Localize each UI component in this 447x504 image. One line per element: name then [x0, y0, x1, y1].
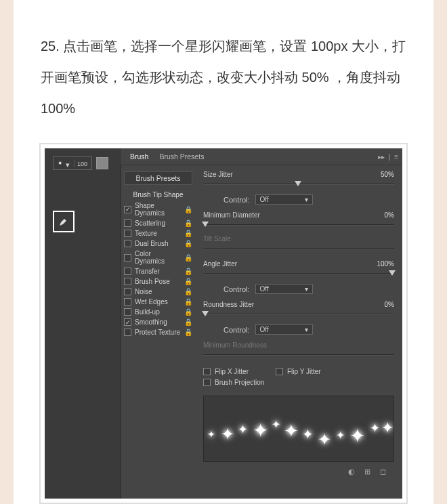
ps-panel: ✦ ▾ 100 Brush Brush Presets [45, 148, 402, 499]
angle-jitter-slider[interactable] [203, 269, 394, 278]
lock-icon[interactable]: 🔒 [184, 318, 192, 326]
min-roundness-slider [203, 350, 394, 360]
brush-presets-button[interactable]: Brush Presets [124, 171, 192, 185]
create-brush-icon[interactable]: ◻ [380, 467, 386, 476]
size-jitter-slider[interactable] [203, 180, 394, 189]
min-diameter-label: Minimum Diameter [203, 211, 367, 219]
brush-preview: ✦ ✦ ✦ ✦ ✦ ✦ ✦ ✦ ✦ ✦ ✦ ✦ [203, 396, 394, 462]
lock-icon[interactable]: 🔒 [184, 206, 192, 213]
dual-brush-checkbox[interactable] [124, 240, 131, 247]
lock-icon[interactable]: 🔒 [184, 329, 192, 336]
new-preset-icon[interactable]: ⊞ [364, 467, 370, 476]
roundness-jitter-label: Roundness Jitter [203, 301, 367, 308]
lock-icon[interactable]: 🔒 [184, 230, 192, 237]
lock-icon[interactable]: 🔒 [184, 240, 192, 247]
control-label: Control: [224, 326, 250, 334]
workspace-left: ✦ ▾ 100 [45, 148, 120, 499]
min-diameter-slider[interactable] [203, 220, 394, 230]
star-icon: ✦ [58, 160, 63, 167]
shape-dynamics-controls: Size Jitter50% Control:Off▾ Minimum Diam… [195, 165, 402, 499]
brush-size-value: 100 [77, 161, 87, 167]
flip-x-jitter-checkbox[interactable] [203, 368, 211, 375]
brush-options-list: Brush Presets Brush Tip Shape Shape Dyna… [121, 165, 195, 499]
chevron-down-icon: ▾ [66, 161, 71, 166]
brush-preset-picker[interactable]: ✦ ▾ 100 [53, 156, 92, 170]
chevron-down-icon: ▾ [305, 196, 308, 203]
chevron-down-icon: ▾ [305, 285, 308, 293]
size-jitter-label: Size Jitter [203, 171, 367, 178]
wet-edges-checkbox[interactable] [124, 298, 131, 306]
min-diameter-value[interactable]: 0% [367, 211, 394, 219]
brush-icon [58, 215, 70, 228]
menu-icon[interactable]: ≡ [394, 153, 398, 161]
noise-checkbox[interactable] [124, 288, 131, 295]
control-label: Control: [224, 196, 250, 204]
smoothing-label[interactable]: Smoothing [135, 318, 181, 326]
lock-icon[interactable]: 🔒 [184, 268, 192, 275]
tilt-scale-label: Tilt Scale [203, 235, 394, 243]
toggle-panel-icon[interactable] [96, 157, 108, 169]
dual-brush-label[interactable]: Dual Brush [135, 240, 181, 247]
min-roundness-label: Minimum Roundness [203, 341, 394, 349]
lock-icon[interactable]: 🔒 [184, 278, 192, 285]
flip-x-label: Flip X Jitter [215, 368, 249, 375]
protect-texture-label[interactable]: Protect Texture [135, 329, 181, 336]
brush-tip-shape-button[interactable]: Brush Tip Shape [124, 189, 192, 201]
chevron-down-icon: ▾ [305, 326, 308, 333]
toggle-preview-icon[interactable]: ◐ [348, 467, 355, 476]
divider: | [389, 153, 391, 161]
angle-jitter-value[interactable]: 100% [367, 260, 394, 268]
roundness-control-select[interactable]: Off▾ [255, 324, 313, 335]
tilt-scale-slider [203, 244, 394, 253]
angle-control-select[interactable]: Off▾ [255, 284, 313, 294]
build-up-label[interactable]: Build-up [135, 308, 181, 316]
build-up-checkbox[interactable] [124, 308, 131, 316]
lock-icon[interactable]: 🔒 [184, 298, 192, 306]
size-jitter-value[interactable]: 50% [367, 171, 394, 178]
size-control-select[interactable]: Off▾ [255, 194, 313, 205]
flip-y-label: Flip Y Jitter [287, 368, 321, 375]
brush-panel: Brush Brush Presets ▸▸ | ≡ Brush Presets… [120, 148, 402, 499]
tab-brush-presets[interactable]: Brush Presets [154, 150, 209, 163]
shape-dynamics-checkbox[interactable] [124, 206, 131, 213]
scattering-label[interactable]: Scattering [135, 219, 181, 227]
transfer-checkbox[interactable] [124, 268, 131, 275]
lock-icon[interactable]: 🔒 [184, 219, 192, 227]
noise-label[interactable]: Noise [135, 288, 181, 295]
brush-projection-checkbox[interactable] [203, 379, 211, 386]
color-dynamics-label[interactable]: Color Dynamics [135, 250, 181, 265]
panel-tabs: Brush Brush Presets ▸▸ | ≡ [121, 148, 402, 165]
top-image-strip [41, 0, 406, 10]
flip-y-jitter-checkbox[interactable] [276, 368, 283, 375]
roundness-jitter-value[interactable]: 0% [367, 301, 394, 308]
angle-jitter-label: Angle Jitter [203, 260, 367, 268]
brush-projection-label: Brush Projection [215, 379, 264, 386]
scattering-checkbox[interactable] [124, 219, 131, 227]
collapse-icon[interactable]: ▸▸ [378, 153, 385, 161]
transfer-label[interactable]: Transfer [135, 268, 181, 275]
brush-tool[interactable] [53, 211, 74, 232]
tab-brush[interactable]: Brush [125, 150, 154, 163]
smoothing-checkbox[interactable] [124, 318, 131, 326]
screenshot-frame: ✦ ▾ 100 Brush Brush Presets [41, 144, 406, 503]
shape-dynamics-label[interactable]: Shape Dynamics [135, 202, 181, 217]
lock-icon[interactable]: 🔒 [184, 288, 192, 295]
texture-checkbox[interactable] [124, 230, 131, 237]
wet-edges-label[interactable]: Wet Edges [135, 298, 181, 306]
brush-pose-checkbox[interactable] [124, 278, 131, 285]
lock-icon[interactable]: 🔒 [184, 308, 192, 316]
lock-icon[interactable]: 🔒 [184, 254, 192, 261]
texture-label[interactable]: Texture [135, 230, 181, 237]
step-instruction: 25. 点击画笔，选择一个星形闪耀画笔，设置 100px 大小，打开画笔预设，勾… [41, 30, 406, 124]
control-label: Control: [224, 285, 250, 293]
roundness-jitter-slider[interactable] [203, 310, 394, 319]
color-dynamics-checkbox[interactable] [124, 254, 131, 261]
protect-texture-checkbox[interactable] [124, 329, 131, 336]
brush-pose-label[interactable]: Brush Pose [135, 278, 181, 285]
